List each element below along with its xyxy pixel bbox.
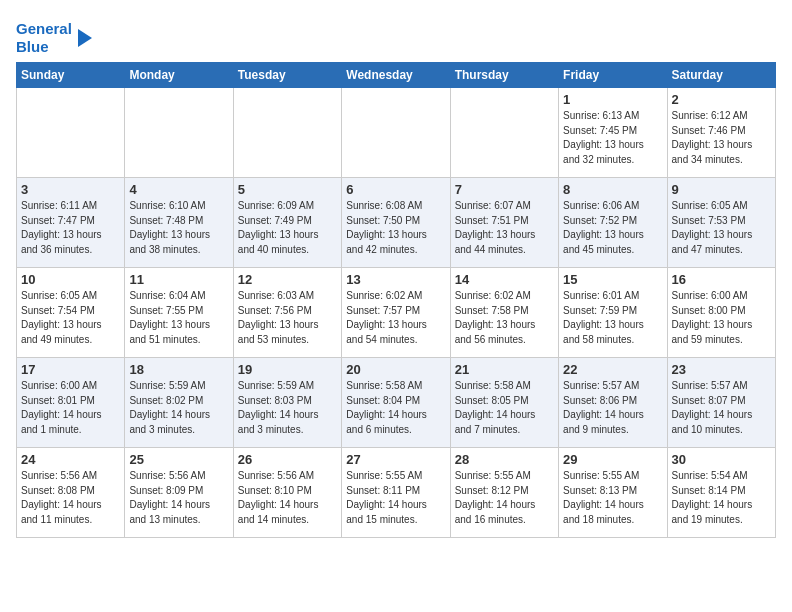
calendar-day-cell: 15Sunrise: 6:01 AM Sunset: 7:59 PM Dayli… [559,268,667,358]
calendar-day-cell: 14Sunrise: 6:02 AM Sunset: 7:58 PM Dayli… [450,268,558,358]
calendar-day-cell: 1Sunrise: 6:13 AM Sunset: 7:45 PM Daylig… [559,88,667,178]
calendar-week-row: 17Sunrise: 6:00 AM Sunset: 8:01 PM Dayli… [17,358,776,448]
calendar-day-cell [233,88,341,178]
weekday-header-cell: Sunday [17,63,125,88]
calendar-table: SundayMondayTuesdayWednesdayThursdayFrid… [16,62,776,538]
calendar-day-cell: 3Sunrise: 6:11 AM Sunset: 7:47 PM Daylig… [17,178,125,268]
calendar-day-cell: 12Sunrise: 6:03 AM Sunset: 7:56 PM Dayli… [233,268,341,358]
day-info: Sunrise: 6:00 AM Sunset: 8:01 PM Dayligh… [21,379,120,437]
calendar-day-cell: 20Sunrise: 5:58 AM Sunset: 8:04 PM Dayli… [342,358,450,448]
day-number: 28 [455,452,554,467]
day-number: 22 [563,362,662,377]
day-info: Sunrise: 5:55 AM Sunset: 8:11 PM Dayligh… [346,469,445,527]
day-number: 11 [129,272,228,287]
day-info: Sunrise: 6:08 AM Sunset: 7:50 PM Dayligh… [346,199,445,257]
calendar-week-row: 1Sunrise: 6:13 AM Sunset: 7:45 PM Daylig… [17,88,776,178]
calendar-day-cell: 18Sunrise: 5:59 AM Sunset: 8:02 PM Dayli… [125,358,233,448]
logo-line1: General [16,20,72,38]
day-number: 20 [346,362,445,377]
calendar-day-cell: 28Sunrise: 5:55 AM Sunset: 8:12 PM Dayli… [450,448,558,538]
weekday-header-cell: Monday [125,63,233,88]
calendar-week-row: 3Sunrise: 6:11 AM Sunset: 7:47 PM Daylig… [17,178,776,268]
weekday-header-cell: Friday [559,63,667,88]
day-info: Sunrise: 6:07 AM Sunset: 7:51 PM Dayligh… [455,199,554,257]
day-number: 7 [455,182,554,197]
day-number: 9 [672,182,771,197]
day-number: 12 [238,272,337,287]
calendar-day-cell: 21Sunrise: 5:58 AM Sunset: 8:05 PM Dayli… [450,358,558,448]
calendar-day-cell: 16Sunrise: 6:00 AM Sunset: 8:00 PM Dayli… [667,268,775,358]
day-info: Sunrise: 6:03 AM Sunset: 7:56 PM Dayligh… [238,289,337,347]
day-info: Sunrise: 6:13 AM Sunset: 7:45 PM Dayligh… [563,109,662,167]
day-number: 27 [346,452,445,467]
calendar-day-cell: 2Sunrise: 6:12 AM Sunset: 7:46 PM Daylig… [667,88,775,178]
day-info: Sunrise: 5:58 AM Sunset: 8:05 PM Dayligh… [455,379,554,437]
calendar-day-cell [450,88,558,178]
calendar-day-cell [17,88,125,178]
calendar-week-row: 10Sunrise: 6:05 AM Sunset: 7:54 PM Dayli… [17,268,776,358]
calendar-day-cell: 8Sunrise: 6:06 AM Sunset: 7:52 PM Daylig… [559,178,667,268]
calendar-day-cell: 10Sunrise: 6:05 AM Sunset: 7:54 PM Dayli… [17,268,125,358]
weekday-header-cell: Thursday [450,63,558,88]
day-number: 21 [455,362,554,377]
day-number: 6 [346,182,445,197]
day-number: 19 [238,362,337,377]
day-number: 15 [563,272,662,287]
day-number: 17 [21,362,120,377]
day-info: Sunrise: 5:59 AM Sunset: 8:02 PM Dayligh… [129,379,228,437]
day-info: Sunrise: 5:54 AM Sunset: 8:14 PM Dayligh… [672,469,771,527]
calendar-day-cell: 26Sunrise: 5:56 AM Sunset: 8:10 PM Dayli… [233,448,341,538]
day-number: 25 [129,452,228,467]
day-info: Sunrise: 6:10 AM Sunset: 7:48 PM Dayligh… [129,199,228,257]
calendar-day-cell: 13Sunrise: 6:02 AM Sunset: 7:57 PM Dayli… [342,268,450,358]
day-info: Sunrise: 6:05 AM Sunset: 7:53 PM Dayligh… [672,199,771,257]
logo-triangle-icon [78,29,92,47]
day-info: Sunrise: 6:09 AM Sunset: 7:49 PM Dayligh… [238,199,337,257]
day-number: 5 [238,182,337,197]
day-info: Sunrise: 6:02 AM Sunset: 7:57 PM Dayligh… [346,289,445,347]
calendar-day-cell: 22Sunrise: 5:57 AM Sunset: 8:06 PM Dayli… [559,358,667,448]
calendar-day-cell: 25Sunrise: 5:56 AM Sunset: 8:09 PM Dayli… [125,448,233,538]
day-number: 8 [563,182,662,197]
weekday-header-cell: Wednesday [342,63,450,88]
day-info: Sunrise: 6:05 AM Sunset: 7:54 PM Dayligh… [21,289,120,347]
calendar-day-cell: 24Sunrise: 5:56 AM Sunset: 8:08 PM Dayli… [17,448,125,538]
day-number: 23 [672,362,771,377]
calendar-day-cell: 5Sunrise: 6:09 AM Sunset: 7:49 PM Daylig… [233,178,341,268]
day-info: Sunrise: 6:02 AM Sunset: 7:58 PM Dayligh… [455,289,554,347]
weekday-header-row: SundayMondayTuesdayWednesdayThursdayFrid… [17,63,776,88]
day-number: 26 [238,452,337,467]
calendar-day-cell: 19Sunrise: 5:59 AM Sunset: 8:03 PM Dayli… [233,358,341,448]
day-info: Sunrise: 5:57 AM Sunset: 8:06 PM Dayligh… [563,379,662,437]
day-info: Sunrise: 5:59 AM Sunset: 8:03 PM Dayligh… [238,379,337,437]
day-info: Sunrise: 5:56 AM Sunset: 8:10 PM Dayligh… [238,469,337,527]
day-number: 3 [21,182,120,197]
calendar-day-cell: 11Sunrise: 6:04 AM Sunset: 7:55 PM Dayli… [125,268,233,358]
day-info: Sunrise: 5:56 AM Sunset: 8:08 PM Dayligh… [21,469,120,527]
day-number: 18 [129,362,228,377]
logo: General Blue [16,20,92,56]
day-info: Sunrise: 5:55 AM Sunset: 8:12 PM Dayligh… [455,469,554,527]
day-info: Sunrise: 6:00 AM Sunset: 8:00 PM Dayligh… [672,289,771,347]
day-info: Sunrise: 5:57 AM Sunset: 8:07 PM Dayligh… [672,379,771,437]
calendar-day-cell: 6Sunrise: 6:08 AM Sunset: 7:50 PM Daylig… [342,178,450,268]
day-info: Sunrise: 5:56 AM Sunset: 8:09 PM Dayligh… [129,469,228,527]
calendar-body: 1Sunrise: 6:13 AM Sunset: 7:45 PM Daylig… [17,88,776,538]
header: General Blue [16,16,776,56]
day-info: Sunrise: 5:55 AM Sunset: 8:13 PM Dayligh… [563,469,662,527]
calendar-day-cell [342,88,450,178]
day-number: 13 [346,272,445,287]
day-info: Sunrise: 6:11 AM Sunset: 7:47 PM Dayligh… [21,199,120,257]
day-info: Sunrise: 6:06 AM Sunset: 7:52 PM Dayligh… [563,199,662,257]
day-info: Sunrise: 5:58 AM Sunset: 8:04 PM Dayligh… [346,379,445,437]
day-number: 4 [129,182,228,197]
day-number: 14 [455,272,554,287]
day-info: Sunrise: 6:12 AM Sunset: 7:46 PM Dayligh… [672,109,771,167]
calendar-day-cell: 23Sunrise: 5:57 AM Sunset: 8:07 PM Dayli… [667,358,775,448]
weekday-header-cell: Saturday [667,63,775,88]
calendar-day-cell: 29Sunrise: 5:55 AM Sunset: 8:13 PM Dayli… [559,448,667,538]
day-number: 29 [563,452,662,467]
calendar-week-row: 24Sunrise: 5:56 AM Sunset: 8:08 PM Dayli… [17,448,776,538]
day-number: 24 [21,452,120,467]
calendar-day-cell [125,88,233,178]
